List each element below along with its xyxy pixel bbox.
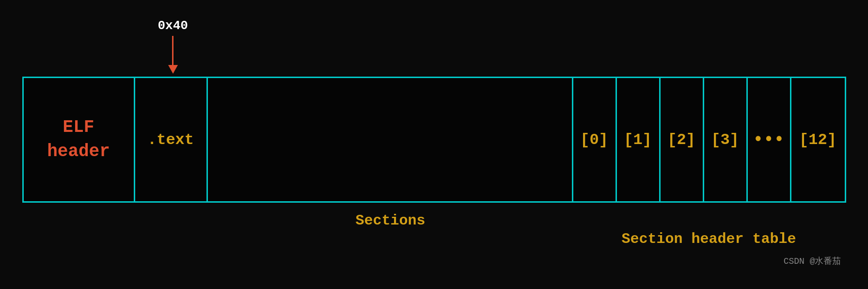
- section-header-table-label: Section header table: [621, 231, 796, 247]
- arrow-line: [172, 36, 174, 65]
- elf-line2: header: [47, 140, 110, 164]
- cell-bracket-2: [2]: [661, 78, 704, 201]
- spacer-b12: [793, 212, 846, 229]
- sections-label: Sections: [355, 212, 425, 229]
- spacer-elf: [22, 212, 134, 229]
- diagram-container: 0x40 ELF header .text [0] [1] [: [22, 18, 846, 271]
- sections-label-area: Sections: [206, 212, 575, 229]
- sht-spacer-gap: [206, 231, 572, 247]
- arrow-area: 0x40: [22, 18, 846, 77]
- cell-sections-gap: [208, 78, 573, 201]
- cell-elf-header: ELF header: [24, 78, 135, 201]
- sht-spacer-text: [134, 231, 206, 247]
- labels-wrapper: Sections Section header table: [22, 212, 846, 247]
- bracket-12-label: [12]: [799, 131, 836, 149]
- elf-label: ELF header: [47, 115, 110, 164]
- spacer-b2: [662, 212, 706, 229]
- watermark: CSDN @水番茄: [784, 255, 841, 267]
- arrow-head: [168, 65, 178, 74]
- cell-ellipsis: •••: [748, 78, 791, 201]
- bracket-1-label: [1]: [624, 131, 652, 149]
- cell-bracket-12: [12]: [791, 78, 845, 201]
- spacer-text: [134, 212, 206, 229]
- cell-bracket-0: [0]: [573, 78, 617, 201]
- labels-row: Sections: [22, 212, 846, 229]
- arrow-wrapper: 0x40: [158, 18, 188, 74]
- cell-bracket-3: [3]: [704, 78, 748, 201]
- spacer-b1: [618, 212, 662, 229]
- sht-spacer-elf: [22, 231, 134, 247]
- ellipsis-label: •••: [753, 130, 785, 150]
- elf-line1: ELF: [47, 115, 110, 140]
- cell-bracket-1: [1]: [617, 78, 661, 201]
- bracket-0-label: [0]: [580, 131, 608, 149]
- sht-label-area: Section header table: [572, 231, 846, 247]
- bracket-2-label: [2]: [667, 131, 695, 149]
- offset-label: 0x40: [158, 18, 188, 33]
- spacer-ellipsis: [749, 212, 793, 229]
- sht-label-row: Section header table: [22, 231, 846, 247]
- text-label: .text: [147, 131, 194, 149]
- bracket-3-label: [3]: [711, 131, 739, 149]
- memory-block: ELF header .text [0] [1] [2] [3] •••: [22, 77, 846, 203]
- spacer-b0: [575, 212, 618, 229]
- cell-text-section: .text: [135, 78, 208, 201]
- spacer-b3: [706, 212, 749, 229]
